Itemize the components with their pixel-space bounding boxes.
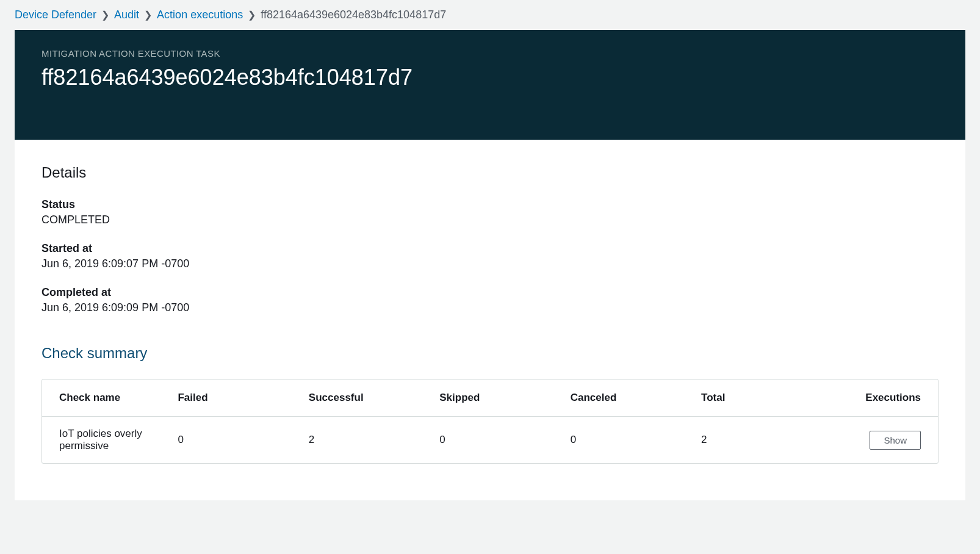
check-summary-section: Check summary Check name Failed Successf… <box>41 345 939 464</box>
detail-completed-at: Completed at Jun 6, 2019 6:09:09 PM -070… <box>41 286 939 314</box>
main-content: Details Status COMPLETED Started at Jun … <box>15 140 965 500</box>
detail-started-at: Started at Jun 6, 2019 6:09:07 PM -0700 <box>41 242 939 270</box>
cell-successful: 2 <box>304 417 434 464</box>
col-check-name: Check name <box>42 380 173 417</box>
chevron-right-icon: ❯ <box>101 9 109 21</box>
detail-label: Completed at <box>41 286 939 299</box>
chevron-right-icon: ❯ <box>144 9 152 21</box>
page-eyebrow: MITIGATION ACTION EXECUTION TASK <box>41 48 939 59</box>
details-section: Details Status COMPLETED Started at Jun … <box>41 164 939 314</box>
detail-status: Status COMPLETED <box>41 198 939 226</box>
cell-total: 2 <box>696 417 827 464</box>
check-summary-table-wrap: Check name Failed Successful Skipped Can… <box>41 379 939 464</box>
detail-label: Started at <box>41 242 939 255</box>
breadcrumb-link-audit[interactable]: Audit <box>114 9 139 21</box>
cell-executions: Show <box>827 417 938 464</box>
page-title: ff82164a6439e6024e83b4fc104817d7 <box>41 63 939 91</box>
col-total: Total <box>696 380 827 417</box>
breadcrumb: Device Defender ❯ Audit ❯ Action executi… <box>0 0 980 30</box>
breadcrumb-link-action-executions[interactable]: Action executions <box>157 9 243 21</box>
table-header-row: Check name Failed Successful Skipped Can… <box>42 380 938 417</box>
col-canceled: Canceled <box>566 380 696 417</box>
check-summary-table: Check name Failed Successful Skipped Can… <box>42 380 938 463</box>
check-summary-heading: Check summary <box>41 345 939 362</box>
detail-value: Jun 6, 2019 6:09:09 PM -0700 <box>41 301 939 314</box>
table-row: IoT policies overly permissive 0 2 0 0 2… <box>42 417 938 464</box>
detail-value: Jun 6, 2019 6:09:07 PM -0700 <box>41 257 939 270</box>
breadcrumb-current: ff82164a6439e6024e83b4fc104817d7 <box>261 9 446 21</box>
detail-value: COMPLETED <box>41 214 939 226</box>
breadcrumb-link-device-defender[interactable]: Device Defender <box>15 9 96 21</box>
col-skipped: Skipped <box>434 380 565 417</box>
col-successful: Successful <box>304 380 434 417</box>
cell-check-name: IoT policies overly permissive <box>42 417 173 464</box>
col-executions: Executions <box>827 380 938 417</box>
page-header: MITIGATION ACTION EXECUTION TASK ff82164… <box>15 30 965 140</box>
show-button[interactable]: Show <box>870 431 921 450</box>
details-heading: Details <box>41 164 939 181</box>
chevron-right-icon: ❯ <box>248 9 256 21</box>
cell-canceled: 0 <box>566 417 696 464</box>
cell-failed: 0 <box>173 417 303 464</box>
cell-skipped: 0 <box>434 417 565 464</box>
detail-label: Status <box>41 198 939 211</box>
col-failed: Failed <box>173 380 303 417</box>
